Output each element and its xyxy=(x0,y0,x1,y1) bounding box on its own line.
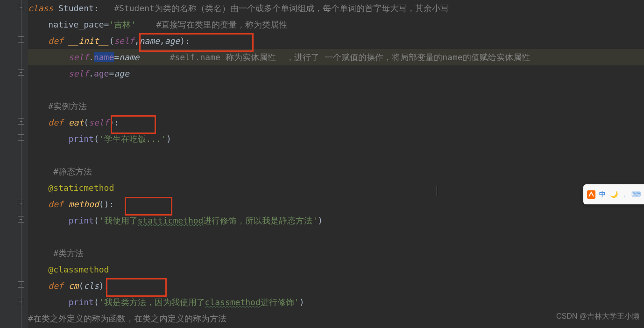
code-line[interactable]: self.name=name #self.name 称为实体属性 ，进行了 一个… xyxy=(28,49,644,65)
fold-marker[interactable]: ⌐ xyxy=(18,216,24,223)
code-line[interactable]: def cm(cls): xyxy=(28,278,644,294)
code-line[interactable]: self.age=age xyxy=(28,65,644,82)
ime-logo-icon xyxy=(587,190,595,199)
code-line[interactable] xyxy=(28,229,644,245)
text-cursor xyxy=(437,186,437,196)
code-line[interactable]: #静态方法 xyxy=(28,163,644,180)
code-line[interactable]: @classmethod xyxy=(28,261,644,278)
gutter: − − ⌐ − ⌐ − ⌐ − ⌐ xyxy=(0,0,28,328)
fold-marker[interactable]: − xyxy=(18,281,24,288)
code-line[interactable]: def eat(self): xyxy=(28,114,644,131)
fold-marker[interactable]: − xyxy=(18,200,24,206)
code-line[interactable] xyxy=(28,147,644,163)
fold-marker[interactable]: − xyxy=(18,4,24,10)
code-line[interactable]: #实例方法 xyxy=(28,98,644,114)
code-line[interactable] xyxy=(28,82,644,98)
code-line[interactable]: print('学生在吃饭...') xyxy=(28,131,644,147)
code-editor[interactable]: − − ⌐ − ⌐ − ⌐ − ⌐ class Student: #Studen… xyxy=(0,0,644,328)
fold-marker[interactable]: ⌐ xyxy=(18,298,24,304)
code-line[interactable]: #在类之外定义的称为函数，在类之内定义的称为方法 xyxy=(28,310,644,327)
code-line[interactable]: @staticmethod xyxy=(28,180,644,196)
code-line[interactable]: class Student: #Student为类的名称（类名）由一个或多个单词… xyxy=(28,0,644,16)
ime-punct-label[interactable]: ， xyxy=(622,186,628,202)
ime-lang-label[interactable]: 中 xyxy=(599,186,606,202)
code-area[interactable]: class Student: #Student为类的名称（类名）由一个或多个单词… xyxy=(28,0,644,328)
moon-icon[interactable]: 🌙 xyxy=(609,190,618,199)
fold-marker[interactable]: − xyxy=(18,36,24,43)
keyboard-icon[interactable]: ⌨ xyxy=(632,190,640,199)
watermark: CSDN @吉林大学王小懒 xyxy=(556,308,639,324)
code-line[interactable]: native_pace='吉林' #直接写在类里的变量，称为类属性 xyxy=(28,16,644,33)
code-line[interactable]: #类方法 xyxy=(28,245,644,261)
fold-marker[interactable]: − xyxy=(18,118,24,125)
fold-marker[interactable]: ⌐ xyxy=(18,69,24,76)
code-line[interactable]: print('我使用了statticmethod进行修饰，所以我是静态方法') xyxy=(28,212,644,229)
code-line[interactable]: def method(): xyxy=(28,196,644,212)
fold-marker[interactable]: ⌐ xyxy=(18,134,24,141)
code-line[interactable]: def __init__(self,name,age): xyxy=(28,33,644,49)
code-line[interactable]: print('我是类方法，因为我使用了classmethod进行修饰') xyxy=(28,294,644,310)
ime-toolbar[interactable]: 中 🌙 ， ⌨ xyxy=(583,184,644,204)
